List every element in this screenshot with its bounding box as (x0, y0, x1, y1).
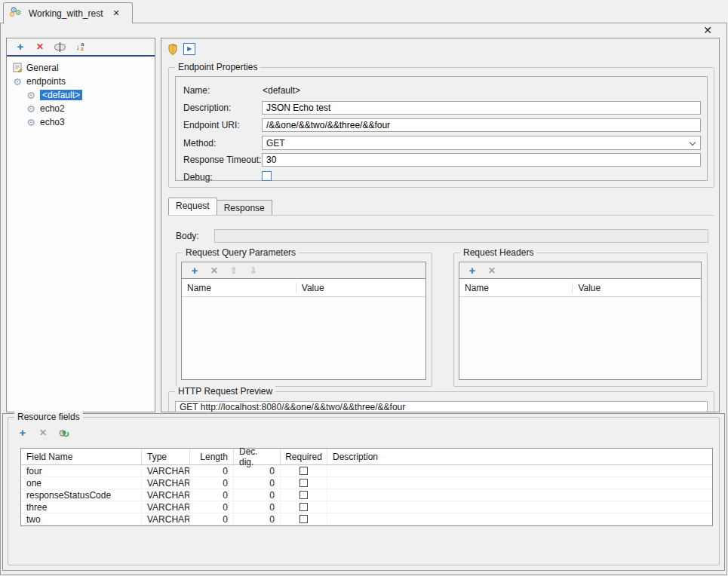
table-header: Name Value (182, 279, 425, 297)
tree-item-echo2[interactable]: ⚙ echo2 (7, 102, 155, 115)
http-request-preview-text: GET http://localhost:8080/&&one/&&two/&&… (176, 402, 707, 412)
length-cell: 0 (190, 477, 234, 489)
type-cell: VARCHAR (142, 465, 190, 476)
gear-icon: ⚙ (26, 90, 36, 100)
column-header-required[interactable]: Required (281, 449, 327, 464)
delete-endpoint-button[interactable]: ✕ (35, 41, 45, 53)
column-header-value[interactable]: Value (296, 283, 425, 293)
add-field-button[interactable]: + (17, 427, 28, 439)
endpoint-properties-form: Name: <default> Description: Endpoint UR… (175, 76, 708, 181)
column-header-type[interactable]: Type (142, 449, 190, 464)
column-header-name[interactable]: Name (459, 283, 573, 293)
sort-az-icon: ↓ az (76, 42, 84, 51)
method-value: GET (266, 138, 285, 149)
dec-dig-cell: 0 (234, 489, 281, 501)
debug-label: Debug: (183, 172, 262, 182)
dec-dig-cell: 0 (234, 477, 281, 489)
type-cell: VARCHAR (142, 489, 190, 501)
body-input (214, 229, 708, 243)
delete-param-button[interactable]: ✕ (209, 265, 220, 277)
endpoints-tree: General ⚙ endpoints ⚙ <default> ⚙ echo2 … (7, 57, 155, 129)
move-up-button[interactable]: ⇧ (229, 265, 239, 277)
required-checkbox[interactable] (299, 467, 308, 475)
plus-icon: + (20, 427, 26, 438)
description-input[interactable] (262, 101, 701, 115)
add-endpoint-button[interactable]: + (15, 41, 26, 53)
play-icon: ▶ (187, 46, 192, 52)
table-row[interactable]: one VARCHAR 0 0 (21, 477, 712, 489)
tree-item-label: echo3 (40, 117, 65, 127)
body-row: Body: (176, 229, 708, 243)
description-cell (327, 513, 712, 525)
regenerate-fields-button[interactable]: ⚙ ↻ (58, 427, 70, 439)
method-select[interactable]: GET (262, 136, 701, 150)
required-checkbox[interactable] (299, 479, 308, 487)
query-params-table: + ✕ ⇧ ⇩ Name Value (181, 262, 426, 380)
required-cell (281, 501, 327, 513)
table-row[interactable]: two VARCHAR 0 0 (21, 513, 712, 525)
group-title: Endpoint Properties (175, 62, 260, 72)
editor-tab[interactable]: ⚙ ⚙ ⚙ Working_with_rest ✕ (3, 2, 133, 23)
body-label: Body: (176, 231, 199, 241)
sort-button[interactable]: ↓ az (75, 41, 85, 53)
add-header-button[interactable]: + (467, 265, 478, 277)
endpoint-detail-panel: ▶ Endpoint Properties Name: <default> De… (161, 38, 720, 412)
tab-request[interactable]: Request (168, 198, 217, 215)
required-checkbox[interactable] (299, 515, 308, 523)
field-name-cell: responseStatusCode (21, 489, 142, 501)
shield-icon (168, 44, 177, 55)
gears-icon: ⚙ ⚙ ⚙ (11, 8, 23, 20)
column-header-field-name[interactable]: Field Name (21, 449, 142, 464)
tree-item-echo3[interactable]: ⚙ echo3 (7, 115, 155, 129)
resource-fields-group: Resource fields + ✕ ⚙ ↻ Field Name Type … (8, 417, 720, 565)
column-header-name[interactable]: Name (182, 283, 296, 293)
close-icon[interactable]: ✕ (703, 24, 712, 36)
refresh-gear-icon: ⚙ ↻ (58, 427, 70, 439)
table-row[interactable]: four VARCHAR 0 0 (21, 465, 712, 477)
description-cell (327, 465, 712, 476)
gear-icon: ⚙ (12, 77, 23, 87)
table-header: Name Value (459, 279, 701, 297)
group-title: Request Query Parameters (183, 247, 299, 258)
tab-close-icon[interactable]: ✕ (112, 8, 119, 18)
name-label: Name: (183, 85, 262, 96)
delete-field-button[interactable]: ✕ (38, 427, 48, 439)
required-cell (281, 489, 327, 501)
column-header-dec-dig[interactable]: Dec. dig. (234, 449, 281, 464)
table-row[interactable]: three VARCHAR 0 0 (21, 501, 712, 513)
rename-button[interactable] (54, 41, 66, 53)
tree-item-label-selected: <default> (40, 90, 82, 100)
resource-fields-panel: Resource fields + ✕ ⚙ ↻ Field Name Type … (2, 413, 725, 571)
debug-checkbox[interactable] (262, 171, 272, 181)
group-title: Resource fields (14, 412, 83, 422)
security-button[interactable] (167, 43, 178, 55)
table-header: Field Name Type Length Dec. dig. Require… (21, 449, 712, 465)
required-cell (281, 465, 327, 476)
column-header-value[interactable]: Value (573, 283, 701, 293)
column-header-length[interactable]: Length (190, 449, 234, 464)
run-button[interactable]: ▶ (183, 43, 195, 55)
required-checkbox[interactable] (299, 503, 308, 511)
endpoint-uri-input[interactable] (262, 118, 701, 132)
table-row[interactable]: responseStatusCode VARCHAR 0 0 (21, 489, 712, 501)
add-param-button[interactable]: + (189, 265, 200, 277)
response-timeout-input[interactable] (262, 153, 701, 167)
method-label: Method: (183, 138, 262, 149)
column-header-description[interactable]: Description (327, 449, 712, 464)
required-checkbox[interactable] (299, 491, 308, 499)
tree-item-general[interactable]: General (7, 61, 155, 75)
dec-dig-cell: 0 (234, 513, 281, 525)
move-down-button[interactable]: ⇩ (248, 265, 259, 277)
tree-item-endpoints[interactable]: ⚙ endpoints (7, 75, 155, 88)
length-cell: 0 (190, 465, 234, 476)
length-cell: 0 (190, 489, 234, 501)
delete-header-button[interactable]: ✕ (487, 265, 497, 277)
endpoint-uri-label: Endpoint URI: (183, 120, 262, 130)
empty-table-body[interactable] (459, 297, 701, 379)
field-name-cell: three (21, 501, 142, 513)
empty-table-body[interactable] (182, 297, 425, 379)
rename-icon (54, 44, 66, 51)
delete-icon: ✕ (488, 265, 496, 276)
tree-item-default[interactable]: ⚙ <default> (7, 88, 155, 102)
tab-response[interactable]: Response (217, 200, 272, 215)
